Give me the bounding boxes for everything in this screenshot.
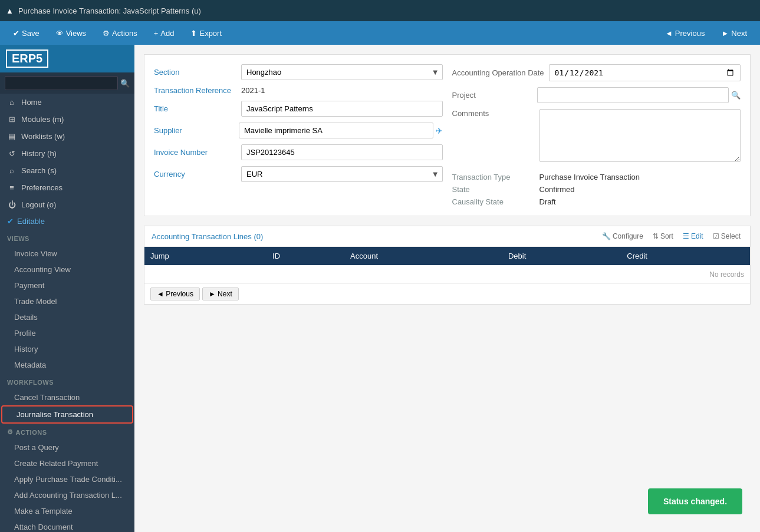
- sidebar-item-home-label: Home: [21, 98, 42, 107]
- sidebar-item-make-template[interactable]: Make a Template: [0, 503, 134, 519]
- modules-icon: ⊞: [7, 115, 17, 124]
- search-icon[interactable]: 🔍: [120, 79, 130, 88]
- content-area: Section Hongzhao ▼ Transaction Reference…: [134, 45, 760, 532]
- no-records-text: No records: [709, 270, 744, 279]
- project-search-icon[interactable]: 🔍: [731, 91, 741, 100]
- sidebar-item-preferences[interactable]: ≡ Preferences: [0, 179, 134, 196]
- sidebar-item-history[interactable]: ↺ History (h): [0, 145, 134, 162]
- transaction-ref-row: Transaction Reference 2021-1: [154, 86, 443, 95]
- sidebar-item-history-label: History (h): [21, 149, 57, 158]
- sidebar-item-attach-document[interactable]: Attach Document: [0, 519, 134, 532]
- section-select[interactable]: Hongzhao: [241, 64, 443, 80]
- sidebar-item-create-related-payment[interactable]: Create Related Payment: [0, 455, 134, 471]
- section-row: Section Hongzhao ▼: [154, 64, 443, 80]
- history-icon: ↺: [7, 149, 17, 158]
- sidebar-item-details[interactable]: Details: [0, 309, 134, 325]
- sidebar-item-post-query[interactable]: Post a Query: [0, 440, 134, 455]
- table-header-row: Jump ID Account Debit Credit: [144, 247, 750, 265]
- table-prev-button[interactable]: ◄ Previous: [150, 288, 200, 300]
- sidebar-item-accounting-view[interactable]: Accounting View: [0, 262, 134, 277]
- select-check-icon: ☑: [713, 232, 719, 240]
- sidebar-item-apply-purchase-trade[interactable]: Apply Purchase Trade Conditi...: [0, 471, 134, 487]
- transaction-ref-label: Transaction Reference: [154, 86, 236, 95]
- sidebar-item-cancel-transaction[interactable]: Cancel Transaction: [0, 389, 134, 405]
- col-account: Account: [344, 247, 502, 265]
- supplier-input[interactable]: [239, 123, 433, 138]
- state-label: State: [452, 185, 535, 194]
- actions-label: ACTIONS: [16, 429, 47, 436]
- sidebar-item-metadata[interactable]: Metadata: [0, 357, 134, 373]
- form-grid: Section Hongzhao ▼ Transaction Reference…: [144, 54, 751, 216]
- sidebar-search-container: 🔍: [0, 72, 134, 94]
- col-id: ID: [267, 247, 344, 265]
- search-input[interactable]: [5, 76, 118, 90]
- edit-button[interactable]: ☰ Edit: [680, 231, 706, 242]
- sidebar-item-invoice-view[interactable]: Invoice View: [0, 246, 134, 262]
- col-credit: Credit: [621, 247, 750, 265]
- next-button[interactable]: ► Next: [714, 25, 754, 41]
- select-button[interactable]: ☑ Select: [710, 231, 743, 242]
- table-header-bar: Accounting Transaction Lines (0) 🔧 Confi…: [144, 226, 750, 247]
- invoice-number-input[interactable]: [241, 144, 443, 160]
- actions-section-header: ⚙ ACTIONS: [0, 425, 134, 440]
- edit-list-icon: ☰: [683, 232, 689, 240]
- comments-label: Comments: [452, 109, 535, 118]
- causality-state-row: Causality State Draft: [452, 197, 741, 206]
- add-plus-icon: +: [154, 29, 159, 38]
- accounting-lines-table: Jump ID Account Debit Credit No records: [144, 247, 750, 284]
- supplier-link-icon[interactable]: ✈: [436, 126, 443, 136]
- sidebar-item-logout-label: Logout (o): [21, 200, 56, 209]
- save-button[interactable]: ✔ Save: [6, 25, 47, 41]
- export-button[interactable]: ⬆ Export: [183, 25, 229, 41]
- sidebar-item-modules[interactable]: ⊞ Modules (m): [0, 111, 134, 128]
- sort-button[interactable]: ⇅ Sort: [650, 231, 676, 242]
- logout-icon: ⏻: [7, 200, 17, 209]
- sidebar-item-history-view[interactable]: History: [0, 341, 134, 357]
- transaction-type-value: Purchase Invoice Transaction: [539, 173, 640, 181]
- sidebar-item-trade-model[interactable]: Trade Model: [0, 293, 134, 309]
- section-select-wrapper: Hongzhao ▼: [241, 64, 443, 80]
- home-icon: ⌂: [7, 98, 17, 107]
- state-value: Confirmed: [539, 185, 575, 194]
- export-icon: ⬆: [190, 29, 197, 38]
- table-next-button[interactable]: ► Next: [202, 288, 239, 300]
- sidebar-item-editable[interactable]: ✔ Editable: [0, 213, 134, 229]
- form-left: Section Hongzhao ▼ Transaction Reference…: [154, 64, 443, 206]
- sidebar-item-logout[interactable]: ⏻ Logout (o): [0, 196, 134, 213]
- actions-button[interactable]: ⚙ Actions: [96, 25, 144, 41]
- currency-select[interactable]: EUR: [241, 166, 443, 182]
- add-button[interactable]: + Add: [147, 25, 182, 41]
- sidebar-item-payment[interactable]: Payment: [0, 277, 134, 293]
- configure-button[interactable]: 🔧 Configure: [600, 231, 646, 242]
- section-label: Section: [154, 68, 236, 77]
- sidebar-item-search[interactable]: ⌕ Search (s): [0, 162, 134, 179]
- sidebar-item-journalise-transaction[interactable]: Journalise Transaction: [2, 407, 132, 422]
- invoice-number-label: Invoice Number: [154, 148, 236, 157]
- accounting-op-date-row: Accounting Operation Date: [452, 64, 741, 81]
- currency-row: Currency EUR ▼: [154, 166, 443, 182]
- actions-gear-nav-icon: ⚙: [7, 428, 14, 436]
- sidebar-item-profile[interactable]: Profile: [0, 325, 134, 341]
- sidebar-item-worklists[interactable]: ▤ Worklists (w): [0, 128, 134, 145]
- project-input[interactable]: [537, 87, 729, 103]
- sidebar-item-add-accounting[interactable]: Add Accounting Transaction L...: [0, 487, 134, 503]
- form-right: Accounting Operation Date Project 🔍 Comm…: [452, 64, 741, 206]
- previous-button[interactable]: ◄ Previous: [658, 25, 712, 41]
- sidebar-item-modules-label: Modules (m): [21, 115, 64, 124]
- status-toast: Status changed.: [648, 488, 742, 514]
- pagination: ◄ Previous ► Next: [150, 288, 239, 300]
- configure-wrench-icon: 🔧: [602, 232, 611, 240]
- views-section-header: VIEWS: [0, 232, 134, 246]
- top-bar-arrow: ▲: [6, 6, 14, 15]
- transaction-type-row: Transaction Type Purchase Invoice Transa…: [452, 173, 741, 181]
- views-button[interactable]: 👁 Views: [49, 25, 93, 41]
- comments-textarea[interactable]: [539, 109, 741, 162]
- causality-state-label: Causality State: [452, 197, 535, 206]
- title-input[interactable]: [241, 101, 443, 117]
- search-nav-icon: ⌕: [7, 166, 17, 175]
- sidebar-item-home[interactable]: ⌂ Home: [0, 94, 134, 111]
- transaction-info: Transaction Type Purchase Invoice Transa…: [452, 173, 741, 206]
- accounting-op-date-input[interactable]: [549, 64, 741, 81]
- top-bar: ▲ Purchase Invoice Transaction: JavaScri…: [0, 0, 760, 21]
- col-jump: Jump: [144, 247, 267, 265]
